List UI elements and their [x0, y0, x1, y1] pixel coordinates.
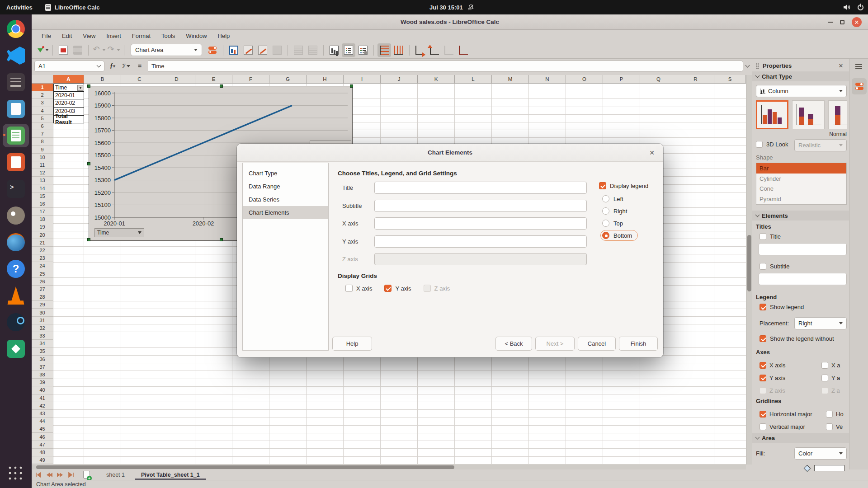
fill-color-swatch[interactable] [814, 465, 844, 471]
dock-help[interactable] [3, 257, 29, 281]
row-header-6[interactable]: 6 [32, 122, 53, 130]
format-selection-button[interactable] [206, 43, 219, 57]
row-header-25[interactable]: 25 [32, 270, 53, 278]
area-section-header[interactable]: Area [752, 433, 849, 443]
row-header-14[interactable]: 14 [32, 184, 53, 192]
row-header-28[interactable]: 28 [32, 293, 53, 301]
title-input[interactable] [374, 182, 587, 194]
subtype-stacked[interactable] [792, 100, 825, 129]
horizontal-scrollbar-thumb[interactable] [36, 465, 454, 469]
dock-terminal[interactable] [3, 177, 29, 201]
horizontal-grids-button[interactable] [377, 43, 391, 57]
subtype-normal[interactable] [756, 100, 788, 129]
menu-format[interactable]: Format [127, 30, 156, 42]
3d-look-checkbox[interactable] [756, 141, 763, 148]
paint-bucket-icon[interactable] [804, 465, 811, 471]
all-axes-button[interactable] [457, 43, 470, 57]
axis-y-axis-checkbox[interactable] [760, 375, 766, 381]
maximize-button[interactable] [840, 20, 844, 24]
legend-toggle-button[interactable] [342, 43, 355, 57]
sidebar-subtitle-input[interactable] [759, 273, 847, 285]
row-header-8[interactable]: 8 [32, 138, 53, 145]
clock-menu[interactable]: Jul 30 15:01 [429, 0, 474, 14]
column-header-M[interactable]: M [492, 75, 529, 84]
name-box[interactable]: A1 [34, 61, 104, 72]
pivot-table-range[interactable]: Time2020-012020-022020-03Total Result [53, 84, 84, 123]
wizard-step-chart-elements[interactable]: Chart Elements [243, 206, 328, 219]
window-titlebar[interactable]: Wood sales.ods - LibreOffice Calc ✕ [32, 14, 868, 30]
menu-insert[interactable]: Insert [101, 30, 127, 42]
column-header-B[interactable]: B [84, 75, 121, 84]
row-header-15[interactable]: 15 [32, 192, 53, 200]
last-sheet-icon[interactable] [68, 472, 74, 478]
arrow-down-button[interactable] [35, 43, 49, 57]
axis-secondary-x-a-checkbox[interactable] [821, 362, 828, 369]
row-header-11[interactable]: 11 [32, 161, 53, 169]
subtitle-checkbox[interactable] [760, 263, 766, 270]
row-header-40[interactable]: 40 [32, 386, 53, 394]
x-axis-input[interactable] [374, 217, 587, 230]
selection-handle-1[interactable] [220, 84, 223, 88]
pivot-time-field-button[interactable]: Time [94, 228, 144, 237]
wizard-step-chart-type[interactable]: Chart Type [243, 167, 328, 180]
grid-y-axis-checkbox[interactable]: Y axis [384, 285, 411, 292]
new-sheet-icon[interactable] [83, 471, 90, 479]
chart-type-button[interactable] [227, 43, 241, 57]
wizard-step-data-series[interactable]: Data Series [243, 193, 328, 206]
selection-handle-6[interactable] [220, 238, 223, 241]
menu-view[interactable]: View [77, 30, 101, 42]
dock-vscode[interactable] [3, 44, 29, 67]
row-header-37[interactable]: 37 [32, 363, 53, 371]
row-header-20[interactable]: 20 [32, 231, 53, 239]
sidebar-menu-icon[interactable] [855, 64, 862, 69]
cell-A1[interactable]: Time [54, 84, 84, 92]
row-header-16[interactable]: 16 [32, 200, 53, 208]
first-sheet-icon[interactable] [35, 472, 42, 478]
column-header-J[interactable]: J [381, 75, 418, 84]
row-header-49[interactable]: 49 [32, 456, 53, 464]
export-pdf-button[interactable] [57, 43, 70, 57]
gridline-vertical-major-checkbox[interactable] [760, 423, 766, 430]
row-header-27[interactable]: 27 [32, 286, 53, 293]
formula-input[interactable] [148, 61, 743, 72]
shape-pyramid[interactable]: Pyramid [756, 194, 846, 204]
row-header-34[interactable]: 34 [32, 340, 53, 347]
wizard-step-data-range[interactable]: Data Range [243, 180, 328, 193]
menu-window[interactable]: Window [180, 30, 212, 42]
column-header-Q[interactable]: Q [640, 75, 677, 84]
equals-button[interactable]: = [134, 61, 145, 71]
row-header-12[interactable]: 12 [32, 169, 53, 177]
menu-file[interactable]: File [36, 30, 57, 42]
row-header-18[interactable]: 18 [32, 216, 53, 223]
show-legend-checkbox[interactable] [760, 304, 766, 310]
vertical-scrollbar[interactable] [746, 75, 752, 465]
column-header-A[interactable]: A [53, 75, 84, 84]
data-table-button[interactable] [256, 43, 269, 57]
properties-tab[interactable] [852, 78, 867, 94]
row-header-22[interactable]: 22 [32, 247, 53, 254]
column-header-D[interactable]: D [158, 75, 195, 84]
y-axis-button[interactable] [428, 43, 441, 57]
row-header-46[interactable]: 46 [32, 433, 53, 441]
system-status-area[interactable] [844, 0, 863, 14]
row-header-2[interactable]: 2 [32, 91, 53, 99]
activities-button[interactable]: Activities [0, 0, 39, 14]
column-header-P[interactable]: P [603, 75, 640, 84]
row-header-43[interactable]: 43 [32, 410, 53, 418]
menu-help[interactable]: Help [212, 30, 236, 42]
horizontal-scrollbar[interactable] [32, 465, 746, 469]
row-header-31[interactable]: 31 [32, 317, 53, 324]
dock-writer[interactable] [3, 97, 29, 121]
close-button[interactable]: ✕ [852, 17, 862, 27]
row-header-45[interactable]: 45 [32, 425, 53, 433]
legend-position-right[interactable]: Right [600, 206, 638, 216]
axis-secondary-y-a-checkbox[interactable] [821, 375, 828, 381]
legend-position-left[interactable]: Left [600, 193, 638, 204]
row-header-32[interactable]: 32 [32, 324, 53, 332]
row-header-24[interactable]: 24 [32, 262, 53, 270]
cell-A5[interactable]: Total Result [54, 115, 84, 123]
sheet-tab-sheet-1[interactable]: sheet 1 [98, 469, 133, 480]
legend-position-top[interactable]: Top [600, 218, 638, 229]
vertical-scrollbar-thumb[interactable] [747, 235, 751, 291]
expand-formula-bar-icon[interactable] [745, 63, 750, 68]
